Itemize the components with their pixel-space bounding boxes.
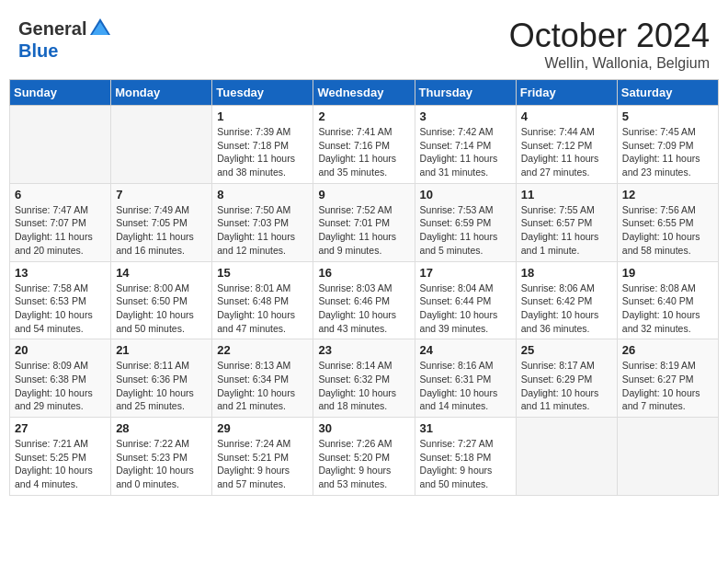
calendar-week-row: 6Sunrise: 7:47 AMSunset: 7:07 PMDaylight…	[10, 183, 719, 261]
calendar-cell: 29Sunrise: 7:24 AMSunset: 5:21 PMDayligh…	[212, 418, 313, 496]
day-number: 31	[420, 421, 511, 435]
day-of-week-header: Monday	[111, 80, 212, 106]
day-detail: Sunrise: 8:11 AMSunset: 6:36 PMDaylight:…	[116, 359, 207, 413]
calendar-cell: 5Sunrise: 7:45 AMSunset: 7:09 PMDaylight…	[617, 106, 718, 184]
day-number: 1	[217, 109, 308, 123]
day-detail: Sunrise: 7:27 AMSunset: 5:18 PMDaylight:…	[420, 437, 511, 491]
day-of-week-header: Sunday	[10, 80, 111, 106]
day-number: 26	[622, 343, 713, 357]
calendar-cell: 30Sunrise: 7:26 AMSunset: 5:20 PMDayligh…	[313, 418, 415, 496]
main-title: October 2024	[509, 17, 710, 55]
day-number: 29	[217, 421, 308, 435]
calendar-cell	[516, 418, 617, 496]
day-detail: Sunrise: 8:08 AMSunset: 6:40 PMDaylight:…	[622, 282, 713, 336]
day-of-week-header: Saturday	[617, 80, 718, 106]
day-detail: Sunrise: 7:24 AMSunset: 5:21 PMDaylight:…	[217, 437, 308, 491]
day-number: 28	[116, 421, 207, 435]
calendar-cell: 15Sunrise: 8:01 AMSunset: 6:48 PMDayligh…	[212, 261, 313, 339]
calendar-cell: 28Sunrise: 7:22 AMSunset: 5:23 PMDayligh…	[111, 418, 212, 496]
day-of-week-header: Wednesday	[313, 80, 415, 106]
calendar-cell	[111, 106, 212, 184]
logo-general-text: General	[18, 18, 86, 40]
day-detail: Sunrise: 7:41 AMSunset: 7:16 PMDaylight:…	[318, 125, 409, 179]
day-number: 12	[622, 188, 713, 201]
calendar-table: SundayMondayTuesdayWednesdayThursdayFrid…	[9, 79, 719, 496]
calendar-cell: 27Sunrise: 7:21 AMSunset: 5:25 PMDayligh…	[10, 418, 111, 496]
day-number: 8	[217, 188, 308, 201]
calendar-body: 1Sunrise: 7:39 AMSunset: 7:18 PMDaylight…	[10, 106, 719, 496]
day-detail: Sunrise: 7:26 AMSunset: 5:20 PMDaylight:…	[318, 437, 409, 491]
calendar-cell: 1Sunrise: 7:39 AMSunset: 7:18 PMDaylight…	[212, 106, 313, 184]
subtitle: Wellin, Wallonia, Belgium	[509, 55, 710, 72]
day-number: 6	[15, 188, 106, 201]
day-detail: Sunrise: 7:49 AMSunset: 7:05 PMDaylight:…	[116, 203, 207, 258]
days-of-week-row: SundayMondayTuesdayWednesdayThursdayFrid…	[10, 80, 719, 106]
day-detail: Sunrise: 8:01 AMSunset: 6:48 PMDaylight:…	[217, 282, 308, 336]
day-detail: Sunrise: 8:14 AMSunset: 6:32 PMDaylight:…	[318, 359, 409, 413]
calendar-week-row: 20Sunrise: 8:09 AMSunset: 6:38 PMDayligh…	[10, 339, 719, 418]
day-of-week-header: Friday	[516, 80, 617, 106]
day-detail: Sunrise: 8:00 AMSunset: 6:50 PMDaylight:…	[116, 282, 207, 336]
calendar-cell: 24Sunrise: 8:16 AMSunset: 6:31 PMDayligh…	[415, 339, 516, 418]
day-number: 7	[116, 188, 207, 201]
calendar-cell: 26Sunrise: 8:19 AMSunset: 6:27 PMDayligh…	[617, 339, 718, 418]
day-detail: Sunrise: 7:58 AMSunset: 6:53 PMDaylight:…	[15, 282, 106, 336]
calendar-cell: 20Sunrise: 8:09 AMSunset: 6:38 PMDayligh…	[10, 339, 111, 418]
title-area: October 2024 Wellin, Wallonia, Belgium	[509, 17, 710, 72]
calendar-week-row: 13Sunrise: 7:58 AMSunset: 6:53 PMDayligh…	[10, 261, 719, 339]
day-number: 20	[15, 343, 106, 357]
day-detail: Sunrise: 7:55 AMSunset: 6:57 PMDaylight:…	[521, 203, 612, 258]
day-number: 22	[217, 343, 308, 357]
day-detail: Sunrise: 7:39 AMSunset: 7:18 PMDaylight:…	[217, 125, 308, 179]
logo-blue-text: Blue	[18, 40, 58, 61]
day-number: 24	[420, 343, 511, 357]
calendar-cell: 7Sunrise: 7:49 AMSunset: 7:05 PMDaylight…	[111, 183, 212, 261]
day-detail: Sunrise: 8:19 AMSunset: 6:27 PMDaylight:…	[622, 359, 713, 413]
calendar-cell: 4Sunrise: 7:44 AMSunset: 7:12 PMDaylight…	[516, 106, 617, 184]
day-number: 2	[318, 109, 409, 123]
day-detail: Sunrise: 7:22 AMSunset: 5:23 PMDaylight:…	[116, 437, 207, 491]
calendar-cell: 21Sunrise: 8:11 AMSunset: 6:36 PMDayligh…	[111, 339, 212, 418]
day-detail: Sunrise: 8:09 AMSunset: 6:38 PMDaylight:…	[15, 359, 106, 413]
day-detail: Sunrise: 7:45 AMSunset: 7:09 PMDaylight:…	[622, 125, 713, 179]
day-detail: Sunrise: 8:17 AMSunset: 6:29 PMDaylight:…	[521, 359, 612, 413]
calendar-cell: 13Sunrise: 7:58 AMSunset: 6:53 PMDayligh…	[10, 261, 111, 339]
day-detail: Sunrise: 8:06 AMSunset: 6:42 PMDaylight:…	[521, 282, 612, 336]
day-number: 19	[622, 266, 713, 280]
calendar-cell: 2Sunrise: 7:41 AMSunset: 7:16 PMDaylight…	[313, 106, 415, 184]
calendar-cell: 16Sunrise: 8:03 AMSunset: 6:46 PMDayligh…	[313, 261, 415, 339]
day-detail: Sunrise: 8:16 AMSunset: 6:31 PMDaylight:…	[420, 359, 511, 413]
calendar-cell: 10Sunrise: 7:53 AMSunset: 6:59 PMDayligh…	[415, 183, 516, 261]
day-number: 10	[420, 188, 511, 201]
calendar-cell: 6Sunrise: 7:47 AMSunset: 7:07 PMDaylight…	[10, 183, 111, 261]
day-detail: Sunrise: 7:47 AMSunset: 7:07 PMDaylight:…	[15, 203, 106, 258]
calendar-cell: 8Sunrise: 7:50 AMSunset: 7:03 PMDaylight…	[212, 183, 313, 261]
calendar-cell: 31Sunrise: 7:27 AMSunset: 5:18 PMDayligh…	[415, 418, 516, 496]
calendar-cell: 17Sunrise: 8:04 AMSunset: 6:44 PMDayligh…	[415, 261, 516, 339]
calendar-cell: 19Sunrise: 8:08 AMSunset: 6:40 PMDayligh…	[617, 261, 718, 339]
calendar-cell: 3Sunrise: 7:42 AMSunset: 7:14 PMDaylight…	[415, 106, 516, 184]
calendar-cell: 9Sunrise: 7:52 AMSunset: 7:01 PMDaylight…	[313, 183, 415, 261]
calendar-cell: 25Sunrise: 8:17 AMSunset: 6:29 PMDayligh…	[516, 339, 617, 418]
day-detail: Sunrise: 8:13 AMSunset: 6:34 PMDaylight:…	[217, 359, 308, 413]
calendar-week-row: 27Sunrise: 7:21 AMSunset: 5:25 PMDayligh…	[10, 418, 719, 496]
day-number: 14	[116, 266, 207, 280]
logo-icon	[88, 17, 112, 40]
day-detail: Sunrise: 8:04 AMSunset: 6:44 PMDaylight:…	[420, 282, 511, 336]
day-number: 16	[318, 266, 409, 280]
logo: General Blue	[18, 17, 112, 62]
day-number: 17	[420, 266, 511, 280]
day-detail: Sunrise: 7:50 AMSunset: 7:03 PMDaylight:…	[217, 203, 308, 258]
day-number: 13	[15, 266, 106, 280]
calendar-cell: 11Sunrise: 7:55 AMSunset: 6:57 PMDayligh…	[516, 183, 617, 261]
day-detail: Sunrise: 7:44 AMSunset: 7:12 PMDaylight:…	[521, 125, 612, 179]
day-number: 30	[318, 421, 409, 435]
calendar-cell	[10, 106, 111, 184]
day-number: 3	[420, 109, 511, 123]
day-detail: Sunrise: 7:53 AMSunset: 6:59 PMDaylight:…	[420, 203, 511, 258]
calendar-cell: 12Sunrise: 7:56 AMSunset: 6:55 PMDayligh…	[617, 183, 718, 261]
day-number: 15	[217, 266, 308, 280]
day-detail: Sunrise: 7:21 AMSunset: 5:25 PMDaylight:…	[15, 437, 106, 491]
day-number: 18	[521, 266, 612, 280]
day-number: 21	[116, 343, 207, 357]
